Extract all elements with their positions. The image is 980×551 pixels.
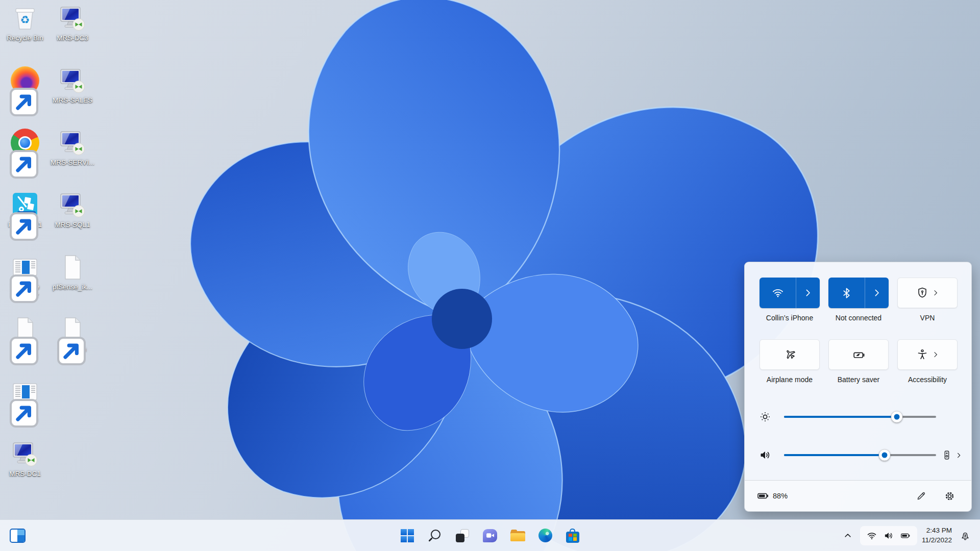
desktop-icon-7zip[interactable]: 7-Zip File Manager [1, 253, 49, 300]
chevron-right-icon [932, 351, 939, 358]
volume-speaker-icon [759, 449, 771, 461]
desktop-icon-firefox[interactable]: Firefox [1, 66, 49, 105]
battery-percent-label: 88% [773, 492, 788, 500]
desktop-icon-mrs-sql1[interactable]: MRS-SQL1 [48, 191, 96, 229]
desktop-icon-label: pfSense_ik... [53, 283, 92, 291]
edge-button[interactable] [535, 525, 555, 546]
vpn-shield-icon [916, 287, 928, 299]
search-icon [428, 529, 442, 542]
search-button[interactable] [425, 525, 445, 546]
brightness-sun-icon [759, 411, 771, 423]
brightness-handle[interactable] [891, 411, 902, 423]
folder-icon [510, 530, 525, 541]
file-explorer-button[interactable] [507, 525, 528, 546]
notification-center-button[interactable] [957, 527, 974, 544]
chevron-right-icon [872, 288, 881, 297]
bluetooth-icon [841, 287, 852, 299]
desktop-icon-mrs-servi[interactable]: MRS-SERVI... [48, 129, 96, 167]
microsoft-store-button[interactable] [562, 525, 583, 546]
quick-settings-tile-grid: Collin’s iPhone Not connected VPN [745, 262, 971, 384]
chat-icon [483, 529, 497, 542]
volume-tray-icon [884, 531, 894, 541]
widgets-button[interactable] [10, 529, 26, 543]
chevron-right-icon [803, 288, 813, 297]
recycle-bin-icon [11, 4, 39, 33]
shortcut-arrow-icon [10, 88, 18, 96]
desktop-icon-label: MRS-DC3 [57, 34, 88, 42]
clock[interactable]: 2:43 PM 11/2/2022 [922, 526, 952, 544]
desktop-icon-prophet-21[interactable]: PICOR Prophet 21 [1, 191, 49, 229]
airplane-mode-tile[interactable] [760, 339, 820, 370]
volume-row [745, 448, 971, 462]
desktop-icon-recycle-bin[interactable]: Recycle Bin [1, 4, 49, 42]
rdp-monitor-icon [58, 191, 87, 219]
shortcut-arrow-icon [10, 150, 18, 158]
hidden-icons-button[interactable] [840, 528, 855, 543]
pencil-icon [916, 491, 926, 502]
wifi-expand-button[interactable] [796, 278, 820, 308]
chevron-right-icon [955, 452, 962, 459]
vpn-tile-label: VPN [920, 314, 935, 322]
desktop-icon-mrs-dc3[interactable]: MRS-DC3 [48, 4, 96, 42]
windows-logo-icon [401, 529, 414, 542]
desktop-icon-mrs-sales[interactable]: MRS-SALES [48, 66, 96, 105]
system-tray: 2:43 PM 11/2/2022 [840, 520, 974, 551]
bluetooth-tilewrap: Not connected [828, 278, 889, 322]
wifi-tile[interactable] [760, 278, 820, 308]
brightness-slider[interactable] [784, 416, 936, 418]
taskbar: 2:43 PM 11/2/2022 [0, 519, 980, 551]
battery-status[interactable]: 88% [757, 490, 788, 502]
desktop-icon-label: MRS-SERVI... [51, 159, 94, 167]
tray-time: 2:43 PM [922, 526, 952, 535]
desktop-icon-postman[interactable]: Postman [48, 315, 96, 354]
wifi-toggle[interactable] [760, 278, 796, 308]
chat-button[interactable] [480, 525, 500, 546]
rdp-monitor-icon [58, 129, 87, 157]
desktop-icon-davinci-resolve[interactable]: DaVinci Resolve [1, 315, 49, 362]
accessibility-tile-label: Accessibility [908, 375, 947, 384]
edge-icon [538, 529, 552, 542]
desktop-icon-label: Recycle Bin [7, 34, 43, 42]
document-icon [58, 253, 87, 282]
desktop-icon-google-chrome[interactable]: Google Chrome [1, 129, 49, 176]
quick-settings-footer: 88% [745, 480, 971, 511]
bluetooth-expand-button[interactable] [865, 278, 889, 308]
edit-quick-settings-button[interactable] [911, 488, 930, 504]
shortcut-arrow-icon [57, 337, 65, 345]
brightness-row [745, 410, 971, 424]
rdp-monitor-icon [11, 440, 39, 468]
desktop-icon-mrs-dc1[interactable]: MRS-DC1 [1, 440, 49, 478]
audio-output-selector[interactable] [941, 449, 962, 461]
desktop-icon-docker-desktop[interactable]: Docker Desktop [1, 378, 49, 424]
wifi-tile-label: Collin’s iPhone [766, 314, 813, 322]
task-view-icon [456, 529, 469, 542]
desktop-icon-pfsense[interactable]: pfSense_ik... [48, 253, 96, 291]
chevron-up-icon [843, 531, 852, 540]
battery-saver-tile[interactable] [828, 339, 889, 370]
bluetooth-toggle[interactable] [828, 278, 865, 308]
battery-saver-tilewrap: Battery saver [828, 339, 889, 384]
start-button[interactable] [397, 525, 418, 546]
microsoft-store-icon [566, 532, 579, 543]
shortcut-arrow-icon [10, 274, 18, 283]
quick-settings-tray-button[interactable] [860, 526, 917, 545]
volume-slider[interactable] [784, 454, 936, 457]
bluetooth-tile[interactable] [828, 278, 889, 308]
windows-desktop: Recycle Bin MRS-DC3 Firefox MRS-SALES Go… [0, 0, 980, 551]
vpn-tile[interactable] [897, 278, 958, 308]
desktop-icon-label: MRS-DC1 [9, 470, 41, 478]
wifi-icon [772, 287, 784, 299]
quick-settings-panel: Collin’s iPhone Not connected VPN [744, 262, 972, 512]
chevron-right-icon [932, 289, 939, 296]
taskbar-left-corner [10, 529, 26, 543]
battery-saver-tile-label: Battery saver [838, 375, 879, 384]
wifi-tray-icon [867, 531, 877, 541]
rdp-monitor-icon [58, 4, 87, 33]
volume-handle[interactable] [878, 449, 890, 461]
task-view-button[interactable] [452, 525, 473, 546]
settings-button[interactable] [940, 488, 959, 504]
shortcut-arrow-icon [10, 399, 18, 407]
desktop-icon-label: MRS-SALES [53, 96, 92, 105]
accessibility-tile[interactable] [897, 339, 958, 370]
battery-tray-icon [900, 531, 911, 541]
